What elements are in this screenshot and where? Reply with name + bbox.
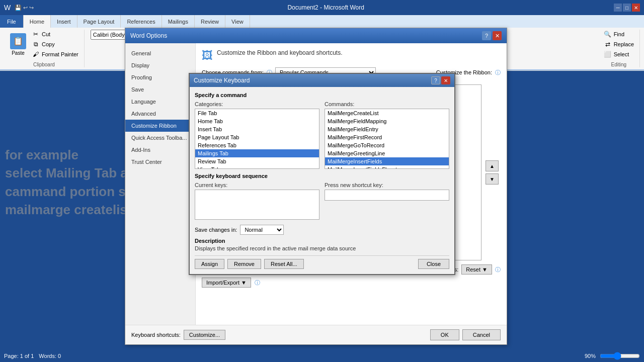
word-options-help-btn[interactable]: ? — [482, 31, 491, 40]
word-options-footer: Keyboard shortcuts: Customize... OK Canc… — [125, 325, 507, 344]
ck-categories-label: Categories: — [195, 101, 319, 107]
find-icon: 🔍 — [604, 30, 612, 38]
tab-review[interactable]: Review — [195, 15, 225, 28]
restore-button[interactable]: □ — [623, 4, 631, 12]
title-controls[interactable]: ─ □ ✕ — [614, 4, 640, 12]
nav-trust-center[interactable]: Trust Center — [125, 156, 195, 168]
word-options-nav: General Display Proofing Save Language A… — [125, 43, 196, 325]
tab-view[interactable]: View — [225, 15, 250, 28]
cmd-mail-field-mapping[interactable]: MailMergeFieldMapping — [325, 117, 449, 125]
ck-categories-col: Categories: File Tab Home Tab Insert Tab… — [195, 101, 319, 169]
cmd-mail-find-entry[interactable]: MailMergeFieldEntry — [325, 125, 449, 133]
ribbon-tabs: File Home Insert Page Layout References … — [0, 15, 644, 28]
zoom-slider[interactable] — [600, 352, 640, 360]
title-bar: W 💾 ↩ ↪ Document2 - Microsoft Word ─ □ ✕ — [0, 0, 644, 15]
tab-references[interactable]: References — [121, 15, 162, 28]
nav-add-ins[interactable]: Add-Ins — [125, 144, 195, 156]
word-options-titlebar: Word Options ? ✕ — [125, 28, 507, 43]
ck-commands-list[interactable]: MailMergeCreateList MailMergeFieldMappin… — [325, 109, 449, 169]
format-painter-icon: 🖌 — [32, 50, 40, 58]
clipboard-small-btns: ✂ Cut ⧉ Copy 🖌 Format Painter — [30, 30, 80, 59]
nav-language[interactable]: Language — [125, 96, 195, 108]
cat-file-tab[interactable]: File Tab — [195, 109, 319, 117]
reset-button[interactable]: Reset ▼ — [461, 264, 492, 275]
find-button[interactable]: 🔍 Find — [602, 30, 635, 39]
cat-mailings-tab[interactable]: Mailings Tab — [195, 149, 319, 157]
ck-reset-all-button[interactable]: Reset All... — [264, 259, 304, 269]
cat-review-tab[interactable]: Review Tab — [195, 157, 319, 165]
ck-commands-label: Commands: — [325, 101, 449, 107]
cut-button[interactable]: ✂ Cut — [30, 30, 80, 39]
clipboard-group: 📋 Paste ✂ Cut ⧉ Copy 🖌 Format Painter — [4, 30, 85, 67]
nav-customize-ribbon[interactable]: Customize Ribbon — [125, 120, 195, 132]
ck-press-new-field[interactable] — [325, 190, 449, 201]
ck-desc-text: Displays the specified record in the act… — [195, 245, 449, 251]
cat-home-tab[interactable]: Home Tab — [195, 117, 319, 125]
customize-header-text: Customize the Ribbon and keyboard shortc… — [217, 49, 342, 56]
ck-current-keys-label: Current keys: — [195, 182, 319, 188]
ck-title: Customize Keyboard — [194, 77, 250, 84]
import-export-help: ⓘ — [255, 280, 260, 286]
cmd-mail-greeting-line[interactable]: MailMergeGreetingLine — [325, 149, 449, 157]
customize-keyboard-button[interactable]: Customize... — [184, 330, 225, 340]
status-right: 90% — [585, 352, 640, 360]
customize-keyboard-dialog: Customize Keyboard ? ✕ Specify a command… — [189, 73, 455, 275]
nav-advanced[interactable]: Advanced — [125, 108, 195, 120]
import-export-button[interactable]: Import/Export ▼ — [202, 278, 251, 288]
select-button[interactable]: ⬜ Select — [602, 50, 635, 59]
move-up-btn[interactable]: ▲ — [486, 160, 499, 171]
copy-button[interactable]: ⧉ Copy — [30, 40, 80, 49]
nav-quick-access[interactable]: Quick Access Toolba... — [125, 132, 195, 144]
ck-save-changes-select[interactable]: Normal Document2 — [240, 225, 284, 235]
import-export-row: Import/Export ▼ ⓘ — [202, 278, 501, 288]
cmd-mail-insert-fields[interactable]: MailMergeInsertFields — [325, 157, 449, 165]
zoom-level: 90% — [585, 353, 596, 359]
cmd-mail-insert-flyout[interactable]: MailMergeInsertFieldsFlyout — [325, 165, 449, 169]
format-painter-button[interactable]: 🖌 Format Painter — [30, 50, 80, 59]
ck-categories-list[interactable]: File Tab Home Tab Insert Tab Page Layout… — [195, 109, 319, 169]
cancel-button[interactable]: Cancel — [462, 329, 501, 340]
paste-button[interactable]: 📋 Paste — [8, 32, 28, 57]
nav-display[interactable]: Display — [125, 59, 195, 71]
copy-icon: ⧉ — [32, 40, 40, 48]
cat-references-tab[interactable]: References Tab — [195, 141, 319, 149]
tab-insert[interactable]: Insert — [51, 15, 77, 28]
ck-close-x-button[interactable]: ✕ — [441, 76, 450, 84]
ck-seq-section: Specify keyboard sequence Current keys: … — [195, 173, 449, 221]
page-info: Page: 1 of 1 — [4, 353, 34, 359]
ck-desc-title: Description — [195, 238, 449, 244]
paste-icon: 📋 — [10, 33, 26, 49]
word-options-close-btn[interactable]: ✕ — [493, 31, 502, 40]
cat-insert-tab[interactable]: Insert Tab — [195, 125, 319, 133]
ck-press-new-label: Press new shortcut key: — [325, 182, 449, 188]
ck-help-button[interactable]: ? — [431, 76, 440, 84]
nav-save[interactable]: Save — [125, 83, 195, 96]
tab-mailings[interactable]: Mailings — [162, 15, 195, 28]
title-bar-left: W 💾 ↩ ↪ — [4, 4, 38, 12]
close-button[interactable]: ✕ — [632, 4, 640, 12]
cmd-mail-goto-record[interactable]: MailMergeGoToRecord — [325, 141, 449, 149]
tab-page-layout[interactable]: Page Layout — [77, 15, 121, 28]
replace-button[interactable]: ⇄ Replace — [602, 40, 635, 49]
footer-right-btns: OK Cancel — [430, 329, 501, 340]
move-down-btn[interactable]: ▼ — [486, 173, 499, 185]
minimize-button[interactable]: ─ — [614, 4, 622, 12]
word-count: Words: 0 — [39, 353, 61, 359]
ck-close-button[interactable]: Close — [418, 259, 449, 269]
tab-file[interactable]: File — [0, 15, 24, 28]
word-options-controls: ? ✕ — [482, 31, 502, 40]
ck-current-keys-field[interactable] — [195, 190, 319, 220]
cat-page-layout-tab[interactable]: Page Layout Tab — [195, 133, 319, 141]
nav-general[interactable]: General — [125, 47, 195, 59]
cmd-mail-create-list[interactable]: MailMergeCreateList — [325, 109, 449, 117]
ck-remove-button[interactable]: Remove — [227, 259, 261, 269]
nav-proofing[interactable]: Proofing — [125, 71, 195, 83]
tab-home[interactable]: Home — [24, 15, 51, 28]
status-bar: Page: 1 of 1 Words: 0 90% — [0, 349, 644, 362]
cat-view-tab[interactable]: View Tab — [195, 165, 319, 169]
ok-button[interactable]: OK — [430, 329, 459, 340]
ck-assign-button[interactable]: Assign — [195, 259, 224, 269]
keyboard-shortcuts-area: Keyboard shortcuts: Customize... — [131, 329, 225, 340]
cmd-mail-first-record[interactable]: MailMergeFirstRecord — [325, 133, 449, 141]
editing-group: 🔍 Find ⇄ Replace ⬜ Select Editing — [598, 30, 640, 67]
